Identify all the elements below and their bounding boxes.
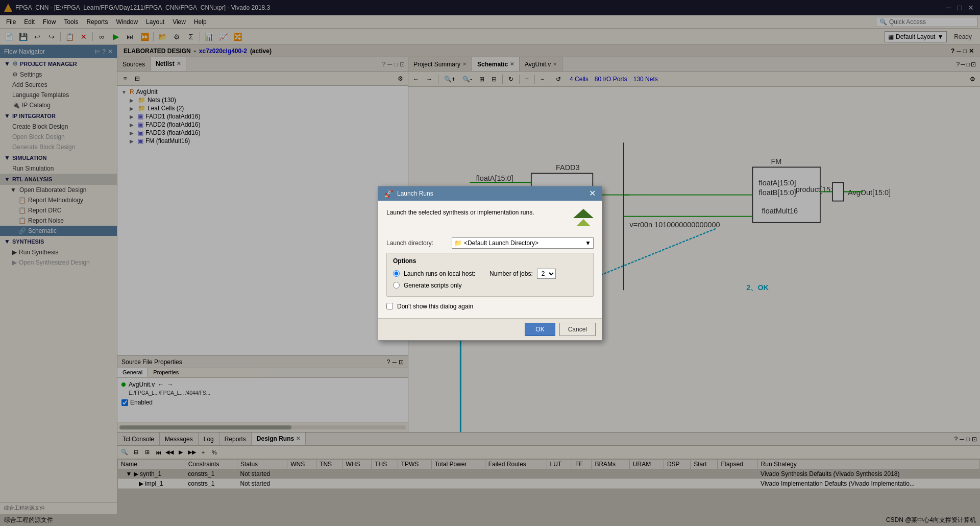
launch-dir-field: Launch directory: 📁 <Default Launch Dire… xyxy=(386,237,594,249)
dir-icon: 📁 xyxy=(454,240,462,247)
jobs-field: Number of jobs: 2 1 4 8 xyxy=(489,269,556,279)
launch-dir-select[interactable]: 📁 <Default Launch Directory> ▼ xyxy=(452,237,594,249)
modal-footer: OK Cancel xyxy=(378,318,602,340)
jobs-select[interactable]: 2 1 4 8 xyxy=(537,269,556,279)
scripts-radio[interactable] xyxy=(393,282,400,289)
launch-runs-modal: 🚀 Launch Runs ✕ Launch the selected synt… xyxy=(378,186,602,341)
options-title: Options xyxy=(393,257,587,265)
no-show-checkbox[interactable] xyxy=(386,303,393,309)
options-section: Options Launch runs on local host: Numbe… xyxy=(386,253,594,297)
cancel-button[interactable]: Cancel xyxy=(559,323,596,336)
modal-icon: 🚀 xyxy=(384,189,393,198)
jobs-label: Number of jobs: xyxy=(489,270,533,277)
modal-desc-text: Launch the selected synthesis or impleme… xyxy=(386,209,567,216)
launch-dir-label: Launch directory: xyxy=(386,240,448,247)
vivado-logo xyxy=(573,209,594,229)
no-show-label: Don't show this dialog again xyxy=(397,303,473,310)
launch-dir-value: <Default Launch Directory> xyxy=(462,240,585,247)
modal-description: Launch the selected synthesis or impleme… xyxy=(386,209,594,229)
ok-button[interactable]: OK xyxy=(525,323,555,336)
modal-overlay: 🚀 Launch Runs ✕ Launch the selected synt… xyxy=(0,0,980,526)
modal-body: Launch the selected synthesis or impleme… xyxy=(378,201,602,318)
local-host-row: Launch runs on local host: Number of job… xyxy=(393,269,587,279)
dir-dropdown-icon: ▼ xyxy=(585,240,591,247)
scripts-row: Generate scripts only xyxy=(393,282,587,289)
modal-close-button[interactable]: ✕ xyxy=(589,188,596,198)
local-host-radio[interactable] xyxy=(393,270,400,277)
scripts-label: Generate scripts only xyxy=(404,282,461,289)
no-show-option: Don't show this dialog again xyxy=(386,303,594,310)
modal-title: Launch Runs xyxy=(397,190,433,197)
local-host-label: Launch runs on local host: xyxy=(404,270,475,277)
modal-header: 🚀 Launch Runs ✕ xyxy=(378,186,602,201)
